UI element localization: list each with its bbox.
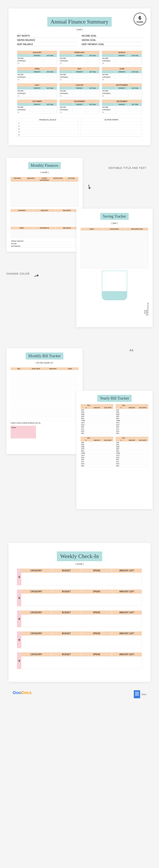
weekly-row: WCATEGORYBUDGETSPENDAMOUNT LEFT xyxy=(17,652,142,669)
goodocs-logo: GooDocs xyxy=(13,690,32,698)
month-card: JUNETARGETACTUALINCOMEEXPENSES+/- xyxy=(102,67,142,81)
page-monthly-finances: Monthly Finances ( month ) INCOMEAMOUNTF… xyxy=(6,158,83,252)
page-title: Annual Finance Summary xyxy=(47,17,112,27)
goals-head-left: FINANCIAL GOALS xyxy=(17,118,78,122)
feature-editable-text: EDITABLE TITLE AND TEXT xyxy=(109,166,146,170)
notes-box: Notes xyxy=(10,426,36,438)
week-tab: W xyxy=(17,611,21,627)
kv-label: INCOME GOAL xyxy=(82,35,97,37)
page-annual-summary: 6 PAGES Annual Finance Summary ( year ) … xyxy=(8,8,151,145)
feature-change-color: CHANGE COLOR xyxy=(6,272,29,276)
badge-label: PAGES xyxy=(137,21,143,23)
week-tab: W xyxy=(17,652,21,669)
month-card: NOVEMBERTARGETACTUALINCOMEEXPENSES+/- xyxy=(59,99,100,114)
pages-badge: 6 PAGES xyxy=(134,13,146,25)
goals-section: FINANCIAL GOALS 12345 ACTION STEPS xyxy=(17,118,142,137)
arrow-icon: ↗ xyxy=(85,183,94,190)
badge-number: 6 xyxy=(138,15,141,21)
month-card: OCTOBERTARGETACTUALINCOMEEXPENSES+/- xyxy=(17,99,57,114)
footer: GooDocs Docs xyxy=(8,690,151,698)
month-card: FEBRUARYTARGETACTUALINCOMEEXPENSES+/- xyxy=(59,51,100,65)
month-card: AUGUSTTARGETACTUALINCOMEEXPENSES+/- xyxy=(59,83,100,97)
weekly-row: WCATEGORYBUDGETSPENDAMOUNT LEFT xyxy=(17,568,142,585)
month-card: JANUARYTARGETACTUALINCOMEEXPENSES+/- xyxy=(17,51,57,65)
saving-subtitle: ( year ) xyxy=(81,222,149,224)
savings-jar-icon xyxy=(102,271,127,300)
weekly-row: WCATEGORYBUDGETSPENDAMOUNT LEFT xyxy=(17,590,142,606)
kv-label: SAVING GOAL xyxy=(82,39,96,41)
week-tab: W xyxy=(17,631,21,648)
weekly-title: Weekly Check-In xyxy=(57,552,102,561)
page-yearly-bill-tracker: Yearly Bill Tracker BILL#AMOUNTDUE DATEJ… xyxy=(76,391,153,509)
weekly-subtitle: ( month ) xyxy=(17,563,142,565)
goals-head-right: ACTION STEPS xyxy=(81,118,142,122)
monthly-title: Monthly Finances xyxy=(28,162,61,169)
week-tab: W xyxy=(17,590,21,606)
section-monthly-saving: Monthly Finances ( month ) INCOMEAMOUNTF… xyxy=(0,154,159,344)
year-subtitle: ( year ) xyxy=(17,28,142,31)
a4-label: A4 xyxy=(130,348,134,352)
month-card: MAYTARGETACTUALINCOMEEXPENSES+/- xyxy=(59,67,100,81)
google-docs-icon xyxy=(134,690,140,698)
page-weekly-checkin: Weekly Check-In ( month ) WCATEGORYBUDGE… xyxy=(8,543,151,682)
monthly-bill-note: Create a custom monthly bill planner and… xyxy=(10,422,78,424)
page-saving-tracker: Saving Tracker ( year ) DATECATEGORYDESC… xyxy=(76,209,153,327)
month-card: MARCHTARGETACTUALINCOMEEXPENSES+/- xyxy=(102,51,142,65)
month-card: SEPTEMBERTARGETACTUALINCOMEEXPENSES+/- xyxy=(102,83,142,97)
month-card: DECEMBERTARGETACTUALINCOMEEXPENSES+/- xyxy=(102,99,142,114)
monthly-subtitle: ( month ) xyxy=(10,171,78,174)
week-tab: W xyxy=(17,568,21,585)
arrow-icon: ↗ xyxy=(32,271,40,280)
yearly-bill-title: Yearly Bill Tracker xyxy=(97,395,132,402)
kv-label: NET WORTH xyxy=(17,35,30,37)
weekly-row: WCATEGORYBUDGETSPENDAMOUNT LEFT xyxy=(17,611,142,627)
weekly-row: WCATEGORYBUDGETSPENDAMOUNT LEFT xyxy=(17,631,142,648)
monthly-bill-title: Monthly Bill Tracker xyxy=(26,352,63,360)
kv-label: SAVING BALANCE xyxy=(17,39,35,41)
docs-label: Docs xyxy=(141,693,146,695)
monthly-table-head: INCOMEAMOUNTFIXED EXPENSESEXPECTEDACTUAL xyxy=(10,177,78,182)
logo-part2: Docs xyxy=(21,690,32,695)
monthly-bill-subtitle: ( for the month of ) xyxy=(10,362,78,364)
saving-title: Saving Tracker xyxy=(100,213,129,220)
page-monthly-bill-tracker: Monthly Bill Tracker ( for the month of … xyxy=(6,348,83,454)
logo-part1: Goo xyxy=(13,690,21,695)
months-grid: JANUARYTARGETACTUALINCOMEEXPENSES+/-FEBR… xyxy=(17,51,142,114)
kv-label: DEBT BALANCE xyxy=(17,43,33,45)
kv-label: DEBT PAYMENT GOAL xyxy=(82,43,104,45)
month-card: JULYTARGETACTUALINCOMEEXPENSES+/- xyxy=(17,83,57,97)
month-card: APRILTARGETACTUALINCOMEEXPENSES+/- xyxy=(17,67,57,81)
summary-kv-grid: NET WORTH INCOME GOAL SAVING BALANCE SAV… xyxy=(17,34,142,46)
section-bill-trackers: A4 Monthly Bill Tracker ( for the month … xyxy=(0,344,159,534)
